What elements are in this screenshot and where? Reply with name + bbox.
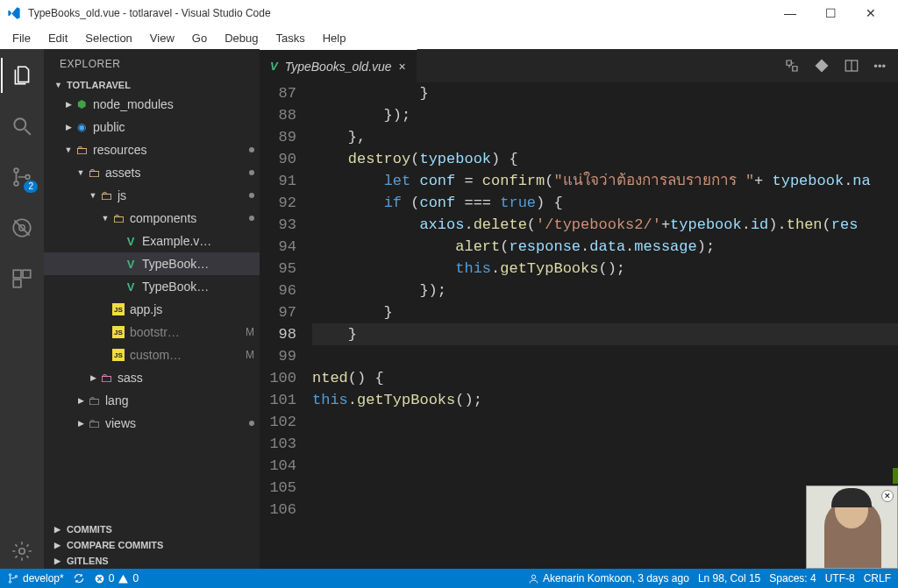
tree-item[interactable]: JScustom…M [44,344,260,366]
sidebar-section-commits[interactable]: ▶COMMITS [44,521,260,537]
code-line[interactable]: let conf = confirm("แน่ใจว่าต้องการลบราย… [312,170,898,192]
video-thumbnail[interactable]: ✕ [806,485,898,569]
code-line[interactable]: axios.delete('/typebooks2/'+typebook.id)… [312,214,898,236]
public-folder-icon: ◉ [74,119,89,135]
window-controls: — ☐ ✕ [770,0,891,26]
code-line[interactable]: this.getTypBooks(); [312,389,898,411]
chevron-right-icon: ▶ [75,419,86,428]
menu-selection[interactable]: Selection [76,30,140,46]
tree-item[interactable]: ▼🗀components [44,207,260,230]
line-gutter: 8788899091929394959697989910010110210310… [260,82,312,569]
activity-extensions[interactable] [1,261,43,296]
compare-icon[interactable] [784,58,800,74]
line-number: 88 [260,104,296,126]
code-line[interactable]: }, [312,126,898,148]
menu-go[interactable]: Go [183,30,216,46]
tree-item[interactable]: ▼🗀assets [44,161,260,184]
line-number: 106 [260,499,296,521]
tree-item-label: Example.v… [142,234,254,248]
line-number: 103 [260,433,296,455]
status-branch[interactable]: develop* [7,572,64,584]
chevron-right-icon: ▶ [63,123,74,131]
line-number: 89 [260,126,296,148]
open-changes-icon[interactable] [814,58,830,74]
status-position[interactable]: Ln 98, Col 15 [698,572,760,584]
code-line[interactable]: nted() { [312,367,898,389]
ribbon-icon: ✕ [881,490,894,502]
code-line[interactable]: }); [312,280,898,301]
split-editor-icon[interactable] [844,58,859,74]
code-area[interactable]: 8788899091929394959697989910010110210310… [260,82,898,569]
svg-point-17 [531,575,535,578]
tree-item[interactable]: ▼🗀resources [44,138,260,161]
tree-item[interactable]: ▶🗀views [44,412,260,435]
tree-item[interactable]: ▶🗀lang [44,389,260,412]
status-problems[interactable]: 0 0 [94,572,139,584]
code-line[interactable] [312,411,898,433]
tree-item-label: custom… [130,348,242,362]
sidebar-section-compare[interactable]: ▶COMPARE COMMITS [44,537,260,553]
minimize-button[interactable]: — [770,0,810,26]
tree-item[interactable]: VTypeBook… [44,275,260,298]
tree-item[interactable]: ▶⬢node_modules [44,93,260,116]
close-button[interactable]: ✕ [851,0,891,26]
tree-item[interactable]: JSbootstr…M [44,321,260,344]
tree-item[interactable]: VExample.v… [44,230,260,252]
line-number: 95 [260,258,296,280]
folder-icon: 🗀 [74,142,89,158]
tree-item-label: node_modules [93,97,254,111]
tab-typebooks[interactable]: V TypeBooks_old.vue × [260,49,417,82]
sidebar-project-header[interactable]: ▼ TOTLARAVEL [44,77,260,93]
code-line[interactable]: } [312,323,898,345]
tree-item[interactable]: ▼🗀js [44,184,260,207]
extensions-icon [11,267,33,290]
tree-item[interactable]: ▶🗀sass [44,366,260,389]
tab-close-icon[interactable]: × [399,60,406,74]
sass-folder-icon: 🗀 [98,370,114,386]
code-line[interactable]: }); [312,104,898,126]
maximize-button[interactable]: ☐ [810,0,851,26]
code-line[interactable]: this.getTypBooks(); [312,258,898,280]
modified-dot-icon [249,170,254,175]
line-number: 98 [260,323,296,345]
svg-rect-7 [13,270,21,278]
tree-item[interactable]: JSapp.js [44,298,260,321]
menu-debug[interactable]: Debug [216,30,267,46]
status-bar: develop* 0 0 Akenarin Komkoon, 3 days ag… [0,569,898,588]
tree-item[interactable]: ▶◉public [44,116,260,138]
menu-edit[interactable]: Edit [39,30,76,46]
activity-explorer[interactable] [1,58,43,93]
sync-icon [73,572,85,584]
modified-dot-icon [249,193,254,198]
chevron-right-icon: ▶ [54,541,63,549]
code-line[interactable]: } [312,82,898,104]
code-line[interactable] [312,433,898,455]
status-sync[interactable] [73,572,85,584]
status-spaces[interactable]: Spaces: 4 [769,572,816,584]
tree-item[interactable]: VTypeBook… [44,252,260,275]
code-line[interactable]: alert(response.data.message); [312,236,898,258]
folder-icon: 🗀 [98,188,114,203]
code-line[interactable] [312,345,898,367]
svg-rect-8 [23,270,31,278]
svg-point-3 [14,181,18,186]
code-line[interactable]: destroy(typebook) { [312,148,898,170]
code-line[interactable]: if (conf === true) { [312,192,898,214]
more-icon[interactable]: ••• [873,60,886,73]
menu-help[interactable]: Help [314,30,355,46]
menu-view[interactable]: View [141,30,183,46]
status-eol[interactable]: CRLF [864,572,891,584]
activity-settings[interactable] [1,534,43,569]
code-line[interactable] [312,455,898,477]
folder-icon: 🗀 [86,415,102,431]
status-encoding[interactable]: UTF-8 [825,572,855,584]
menu-file[interactable]: File [4,30,39,46]
status-blame[interactable]: Akenarin Komkoon, 3 days ago [528,572,689,584]
activity-debug[interactable] [1,210,43,245]
activity-scm[interactable]: 2 [1,159,43,195]
sidebar-section-gitlens[interactable]: ▶GITLENS [44,553,260,569]
activity-search[interactable] [1,109,43,144]
menu-tasks[interactable]: Tasks [267,30,313,46]
tree-item-label: assets [105,166,246,180]
code-line[interactable]: } [312,301,898,323]
